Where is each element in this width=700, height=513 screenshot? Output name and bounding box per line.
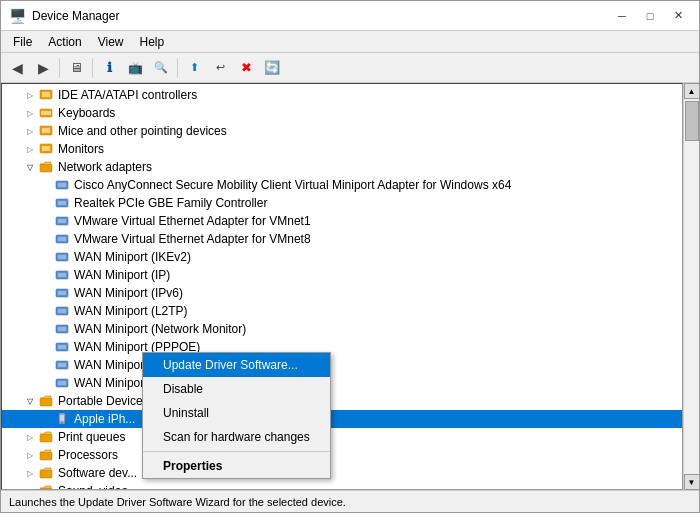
- update-driver-button[interactable]: ⬆: [182, 56, 206, 80]
- portable-folder-icon: [38, 393, 54, 409]
- sound-label: Sound, video ...: [58, 484, 141, 490]
- tree-item-sound[interactable]: ▷ Sound, video ...: [2, 482, 682, 490]
- forward-button[interactable]: ▶: [31, 56, 55, 80]
- scrollbar-down-button[interactable]: ▼: [684, 474, 700, 490]
- menu-action[interactable]: Action: [40, 33, 89, 51]
- minimize-button[interactable]: ─: [609, 6, 635, 26]
- vmware8-label: VMware Virtual Ethernet Adapter for VMne…: [74, 232, 311, 246]
- mice-icon: [38, 123, 54, 139]
- toolbar-separator-1: [59, 58, 60, 78]
- toolbar-separator-3: [177, 58, 178, 78]
- vmware1-label: VMware Virtual Ethernet Adapter for VMne…: [74, 214, 311, 228]
- context-menu-update-driver[interactable]: Update Driver Software...: [143, 353, 330, 377]
- tree-item-realtek[interactable]: Realtek PCIe GBE Family Controller: [2, 194, 682, 212]
- expand-arrow-mice: ▷: [22, 123, 38, 139]
- scan-button[interactable]: 🔍: [149, 56, 173, 80]
- tree-item-vmware1[interactable]: VMware Virtual Ethernet Adapter for VMne…: [2, 212, 682, 230]
- back-button[interactable]: ◀: [5, 56, 29, 80]
- tree-item-ide[interactable]: ▷ IDE ATA/ATAPI controllers: [2, 86, 682, 104]
- close-button[interactable]: ✕: [665, 6, 691, 26]
- device-manager-window: 🖥️ Device Manager ─ □ ✕ File Action View…: [0, 0, 700, 513]
- rollback-button[interactable]: ↩: [208, 56, 232, 80]
- tree-item-wan-sstp[interactable]: WAN Miniport (SSTP): [2, 374, 682, 392]
- tree-item-wan-ip[interactable]: WAN Miniport (IP): [2, 266, 682, 284]
- tree-item-software[interactable]: ▷ Software dev...: [2, 464, 682, 482]
- svg-rect-30: [58, 363, 66, 367]
- expand-arrow-processors: ▷: [22, 447, 38, 463]
- help-button[interactable]: ℹ: [97, 56, 121, 80]
- context-menu-uninstall[interactable]: Uninstall: [143, 401, 330, 425]
- tree-item-cisco[interactable]: Cisco AnyConnect Secure Mobility Client …: [2, 176, 682, 194]
- tree-item-processors[interactable]: ▷ Processors: [2, 446, 682, 464]
- window-icon: 🖥️: [9, 8, 26, 24]
- uninstall-button[interactable]: ✖: [234, 56, 258, 80]
- context-menu-scan[interactable]: Scan for hardware changes: [143, 425, 330, 449]
- tree-pane[interactable]: ▷ IDE ATA/ATAPI controllers ▷ Keyboards …: [1, 83, 683, 490]
- cisco-icon: [54, 177, 70, 193]
- tree-item-apple[interactable]: Apple iPh...: [2, 410, 682, 428]
- ide-label: IDE ATA/ATAPI controllers: [58, 88, 197, 102]
- monitor-button[interactable]: 📺: [123, 56, 147, 80]
- expand-spacer-realtek: [38, 195, 54, 211]
- processors-folder-icon: [38, 447, 54, 463]
- expand-spacer-wan-ipv6: [38, 285, 54, 301]
- tree-item-wan-ipv6[interactable]: WAN Miniport (IPv6): [2, 284, 682, 302]
- scrollbar-up-button[interactable]: ▲: [684, 83, 700, 99]
- menu-view[interactable]: View: [90, 33, 132, 51]
- tree-item-network[interactable]: ▽ Network adapters: [2, 158, 682, 176]
- vmware8-icon: [54, 231, 70, 247]
- tree-item-monitors[interactable]: ▷ Monitors: [2, 140, 682, 158]
- svg-rect-24: [58, 309, 66, 313]
- menu-help[interactable]: Help: [132, 33, 173, 51]
- expand-arrow-keyboards: ▷: [22, 105, 38, 121]
- expand-spacer-vmware1: [38, 213, 54, 229]
- menu-file[interactable]: File: [5, 33, 40, 51]
- tree-item-mice[interactable]: ▷ Mice and other pointing devices: [2, 122, 682, 140]
- expand-spacer-wan-l2tp: [38, 303, 54, 319]
- tree-item-wan-ikev2[interactable]: WAN Miniport (IKEv2): [2, 248, 682, 266]
- hardware-scan-button[interactable]: 🔄: [260, 56, 284, 80]
- processors-label: Processors: [58, 448, 118, 462]
- expand-spacer-wan-pppoe: [38, 339, 54, 355]
- monitors-label: Monitors: [58, 142, 104, 156]
- context-menu-disable[interactable]: Disable: [143, 377, 330, 401]
- tree-item-wan-l2tp[interactable]: WAN Miniport (L2TP): [2, 302, 682, 320]
- svg-rect-32: [58, 381, 66, 385]
- title-bar: 🖥️ Device Manager ─ □ ✕: [1, 1, 699, 31]
- computer-button[interactable]: 🖥: [64, 56, 88, 80]
- expand-spacer-wan-nm: [38, 321, 54, 337]
- maximize-button[interactable]: □: [637, 6, 663, 26]
- tree-item-vmware8[interactable]: VMware Virtual Ethernet Adapter for VMne…: [2, 230, 682, 248]
- expand-spacer-apple: [38, 411, 54, 427]
- tree-item-keyboards[interactable]: ▷ Keyboards: [2, 104, 682, 122]
- context-menu-separator: [143, 451, 330, 452]
- sound-folder-icon: [38, 483, 54, 490]
- tree-item-wan-pppoe[interactable]: WAN Miniport (PPPOE): [2, 338, 682, 356]
- software-label: Software dev...: [58, 466, 137, 480]
- svg-rect-3: [41, 111, 51, 115]
- scrollbar-thumb[interactable]: [685, 101, 699, 141]
- tree-item-print[interactable]: ▷ Print queues: [2, 428, 682, 446]
- title-bar-left: 🖥️ Device Manager: [9, 8, 119, 24]
- wan-nm-label: WAN Miniport (Network Monitor): [74, 322, 246, 336]
- expand-arrow-software: ▷: [22, 465, 38, 481]
- tree-item-portable[interactable]: ▽ Portable Devices: [2, 392, 682, 410]
- mice-label: Mice and other pointing devices: [58, 124, 227, 138]
- svg-rect-16: [58, 237, 66, 241]
- scrollbar-track[interactable]: ▲ ▼: [683, 83, 699, 490]
- context-menu-properties[interactable]: Properties: [143, 454, 330, 478]
- expand-arrow-sound: ▷: [22, 483, 38, 490]
- tree-item-wan-pptp[interactable]: WAN Miniport (PPTP): [2, 356, 682, 374]
- menu-bar: File Action View Help: [1, 31, 699, 53]
- main-area: ▷ IDE ATA/ATAPI controllers ▷ Keyboards …: [1, 83, 699, 490]
- wan-l2tp-icon: [54, 303, 70, 319]
- svg-rect-35: [60, 415, 64, 421]
- expand-spacer-wan-pptp: [38, 357, 54, 373]
- svg-rect-22: [58, 291, 66, 295]
- tree-item-wan-nm[interactable]: WAN Miniport (Network Monitor): [2, 320, 682, 338]
- svg-rect-1: [42, 92, 50, 97]
- cisco-label: Cisco AnyConnect Secure Mobility Client …: [74, 178, 511, 192]
- software-folder-icon: [38, 465, 54, 481]
- portable-label: Portable Devices: [58, 394, 149, 408]
- wan-ipv6-label: WAN Miniport (IPv6): [74, 286, 183, 300]
